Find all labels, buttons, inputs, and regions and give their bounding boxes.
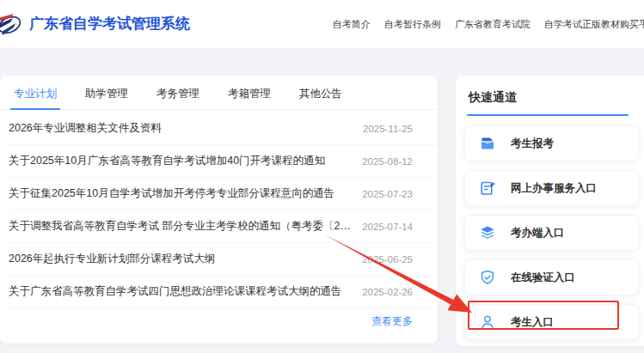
tab-other-notices[interactable]: 其他公告	[296, 87, 346, 109]
layers-icon	[479, 224, 496, 241]
announcement-panel: 专业计划 助学管理 考务管理 考籍管理 其他公告 2026年专业调整相关文件及资…	[0, 76, 438, 344]
site-logo-icon	[0, 10, 26, 38]
announcement-date: 2025-02-26	[362, 287, 413, 297]
announcement-date: 2025-07-14	[362, 222, 413, 232]
announcement-title[interactable]: 关于2025年10月广东省高等教育自学考试增加40门开考课程的通知	[9, 154, 325, 168]
quick-link-online-services[interactable]: 网上办事服务入口	[464, 170, 639, 206]
quick-link-label: 网上办事服务入口	[511, 181, 597, 196]
shield-check-icon	[479, 269, 496, 286]
announcement-title[interactable]: 2026年起执行专业新计划部分课程考试大纲	[9, 252, 215, 266]
announcement-date: 2025-08-12	[362, 156, 413, 167]
list-item[interactable]: 2026年专业调整相关文件及资料 2025-11-25	[9, 113, 438, 145]
user-icon	[479, 313, 496, 331]
announcement-title[interactable]: 关于征集2025年10月自学考试增加开考停考专业部分课程意向的通告	[9, 186, 334, 201]
tab-study-aid[interactable]: 助学管理	[82, 87, 132, 109]
top-header: 广东省自学考试管理系统 自考简介 自考暂行条例 广东省教育考试院 自学考试正版教…	[0, 0, 644, 49]
quick-link-online-verification[interactable]: 在线验证入口	[464, 259, 639, 295]
inbox-icon	[479, 135, 496, 152]
announcement-list: 2026年专业调整相关文件及资料 2025-11-25 关于2025年10月广东…	[0, 110, 438, 308]
quick-link-label: 在线验证入口	[511, 271, 575, 285]
announcement-title[interactable]: 关于调整我省高等教育自学考试 部分专业主考学校的通知（粤考委〔2025〕1号）	[9, 219, 352, 234]
quick-link-label: 考生报考	[511, 137, 554, 151]
announcement-title[interactable]: 2026年专业调整相关文件及资料	[9, 121, 162, 136]
tab-exam-records[interactable]: 考籍管理	[224, 87, 274, 109]
tab-exam-affairs[interactable]: 考务管理	[153, 87, 203, 109]
top-nav: 自考简介 自考暂行条例 广东省教育考试院 自学考试正版教材购买平台	[333, 0, 644, 48]
list-item[interactable]: 关于2025年10月广东省高等教育自学考试增加40门开考课程的通知 2025-0…	[9, 145, 438, 178]
site-title: 广东省自学考试管理系统	[29, 0, 190, 48]
document-edit-icon	[479, 180, 496, 197]
quick-link-label: 考办端入口	[511, 226, 565, 240]
quick-link-label: 考生入口	[511, 315, 554, 330]
quick-link-candidate-entrance[interactable]: 考生入口	[464, 304, 639, 340]
view-more-link[interactable]: 查看更多	[371, 314, 413, 329]
quick-channel-underline	[467, 114, 629, 116]
quick-link-candidate-register[interactable]: 考生报考	[464, 125, 639, 161]
list-item[interactable]: 关于征集2025年10月自学考试增加开考停考专业部分课程意向的通告 2025-0…	[9, 178, 438, 210]
list-item[interactable]: 2026年起执行专业新计划部分课程考试大纲 2025-06-25	[9, 243, 438, 276]
tab-major-plan[interactable]: 专业计划	[10, 87, 60, 110]
nav-item-regulations[interactable]: 自考暂行条例	[384, 18, 441, 31]
category-tab-bar: 专业计划 助学管理 考务管理 考籍管理 其他公告	[0, 76, 438, 110]
quick-channel-panel: 快速通道 考生报考 网上办事服务入口 考办端入口 在线验证入口	[456, 76, 644, 346]
announcement-date: 2025-06-25	[362, 254, 413, 265]
announcement-date: 2025-11-25	[363, 124, 413, 134]
nav-item-textbook-platform[interactable]: 自学考试正版教材购买平台	[544, 18, 644, 31]
quick-link-exam-office[interactable]: 考办端入口	[464, 215, 639, 251]
announcement-title[interactable]: 关于广东省高等教育自学考试四门思想政治理论课课程考试大纲的通告	[9, 284, 342, 299]
quick-channel-title: 快速通道	[456, 76, 644, 114]
nav-item-exam-authority[interactable]: 广东省教育考试院	[455, 18, 531, 31]
list-item[interactable]: 关于广东省高等教育自学考试四门思想政治理论课课程考试大纲的通告 2025-02-…	[9, 276, 438, 308]
list-item[interactable]: 关于调整我省高等教育自学考试 部分专业主考学校的通知（粤考委〔2025〕1号） …	[9, 210, 438, 243]
nav-item-intro[interactable]: 自考简介	[333, 18, 371, 31]
view-more-row: 查看更多	[0, 308, 438, 334]
announcement-date: 2025-07-23	[362, 189, 413, 199]
